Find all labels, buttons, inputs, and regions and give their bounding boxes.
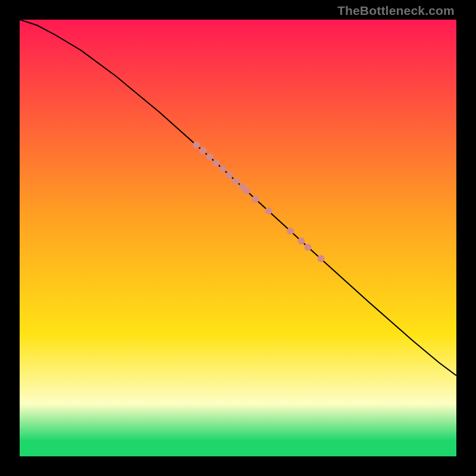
data-point (243, 187, 250, 195)
data-point (304, 243, 311, 250)
data-point (206, 154, 213, 161)
watermark-text: TheBottleneck.com (337, 4, 455, 18)
data-point (265, 208, 272, 215)
chart-stage: TheBottleneck.com (0, 0, 476, 476)
data-point (226, 171, 233, 178)
curve-layer (20, 20, 456, 456)
data-point (219, 165, 226, 173)
bottleneck-curve (20, 20, 456, 375)
data-point (199, 147, 206, 154)
data-point (212, 159, 220, 167)
data-point (298, 237, 305, 245)
data-point (252, 196, 259, 203)
data-point (232, 178, 239, 185)
plot-area (20, 20, 456, 456)
data-point (318, 255, 325, 262)
data-point (193, 142, 200, 149)
data-point (287, 227, 294, 234)
